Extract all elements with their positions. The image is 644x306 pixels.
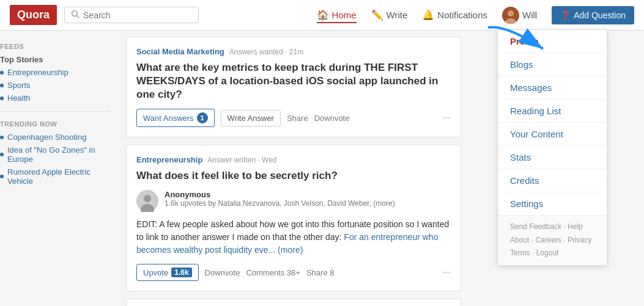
about-link[interactable]: About [510,236,529,244]
answer-meta: Anonymous 1.6k upvotes by Natalia Nezvan… [136,190,451,212]
dropdown-item-reading-list[interactable]: Reading List [498,100,607,123]
search-input[interactable] [83,10,192,20]
feed-meta-text: Answers wanted · 21m [229,48,303,56]
write-icon: ✏️ [371,9,383,21]
dropdown-item-settings[interactable]: Settings [498,192,607,216]
bullet-icon [0,175,4,178]
terms-link[interactable]: Terms [510,249,530,257]
feed-meta-text: Answer written · Wed [207,156,276,164]
search-bar[interactable] [64,7,199,23]
quora-logo[interactable]: Quora [10,5,57,25]
svg-point-3 [508,10,514,16]
sidebar: FEEDS Top Stories Entrepreneurship Sport… [0,37,116,306]
downvote-link[interactable]: Downvote [314,114,350,123]
user-dropdown-menu: Profile Blogs Messages Reading List Your… [497,29,607,266]
write-answer-button[interactable]: Write Answer [221,110,281,126]
help-link[interactable]: Help [568,222,583,231]
sidebar-item-nogo[interactable]: Idea of "No Go Zones" in Europe [0,145,110,164]
feeds-label: FEEDS [0,43,110,50]
feed-topic[interactable]: Social Media Marketing [136,47,224,56]
trending-label: TRENDING NOW [0,120,110,128]
feed-item-title: What are the key metrics to keep track d… [136,61,451,101]
dropdown-arrow [482,21,555,57]
privacy-link[interactable]: Privacy [568,236,591,244]
feed-topic[interactable]: Entrepreneurship [136,155,202,164]
nav-home[interactable]: 🏠 Home [317,7,357,23]
sidebar-item-apple[interactable]: Rumored Apple Electric Vehicle [0,167,110,186]
more-options-icon[interactable]: ··· [443,267,451,278]
sidebar-divider [0,111,110,112]
bullet-icon [0,71,4,75]
nav-notifications[interactable]: 🔔 Notifications [422,7,487,23]
question-icon: ❓ [560,10,571,20]
feed-actions: Upvote 1.6k Downvote Comments 38+ Share … [136,264,451,281]
careers-link[interactable]: Careers [535,236,561,244]
feed-item: Entrepreneurship Answer written · Wed Wh… [126,145,461,291]
dropdown-footer: Send Feedback · Help About · Careers · P… [498,216,607,265]
add-question-button[interactable]: ❓ Add Question [552,6,634,24]
share-link[interactable]: Share 8 [306,268,335,277]
feed-item: Business Models Answers wanted · Thu [126,299,461,306]
nav-write[interactable]: ✏️ Write [371,7,408,23]
answer-link[interactable]: For an entrepreneur who becomes wealthy … [136,232,438,255]
sidebar-item-sports[interactable]: Sports [0,81,110,90]
anon-avatar [136,190,158,212]
bell-icon: 🔔 [422,9,434,21]
feed-item-meta: Entrepreneurship Answer written · Wed [136,155,451,164]
feed-actions: Want Answers 1 Write Answer Share Downvo… [136,109,451,127]
bullet-icon [0,136,4,139]
comments-link[interactable]: Comments 38+ [246,268,300,277]
dropdown-item-your-content[interactable]: Your Content [498,123,607,146]
want-answers-count: 1 [197,112,208,123]
dropdown-item-stats[interactable]: Stats [498,146,607,169]
sidebar-item-health[interactable]: Health [0,93,110,103]
bullet-icon [0,84,4,87]
sidebar-item-copenhagen[interactable]: Copenhagen Shooting [0,133,110,142]
search-icon [71,10,80,20]
answer-upvotes: 1.6k upvotes by Natalia Nezvanova, Josh … [165,199,395,208]
svg-line-1 [77,16,80,18]
svg-point-7 [144,195,151,202]
send-feedback-link[interactable]: Send Feedback [510,222,561,231]
upvote-count: 1.6k [171,268,191,277]
feed-item-title: What does it feel like to be secretly ri… [136,169,451,183]
dropdown-item-messages[interactable]: Messages [498,76,607,100]
main-feed: Social Media Marketing Answers wanted · … [116,37,471,306]
home-icon: 🏠 [317,9,329,21]
feed-item: Social Media Marketing Answers wanted · … [126,37,461,137]
dropdown-item-credits[interactable]: Credits [498,169,607,192]
nav-links: 🏠 Home ✏️ Write 🔔 Notifications Will ❓ A… [317,4,634,26]
answer-text: EDIT: A few people asked about how we go… [136,218,451,257]
feed-item-meta: Social Media Marketing Answers wanted · … [136,47,451,56]
top-stories-item[interactable]: Top Stories [0,55,110,64]
bullet-icon [0,97,4,100]
answer-author: Anonymous [165,190,395,199]
bullet-icon [0,153,4,156]
answer-author-info: Anonymous 1.6k upvotes by Natalia Nezvan… [165,190,395,208]
upvote-button[interactable]: Upvote 1.6k [136,264,199,281]
sidebar-item-entrepreneurship[interactable]: Entrepreneurship [0,68,110,77]
want-answers-button[interactable]: Want Answers 1 [136,109,215,127]
share-link[interactable]: Share [287,114,308,123]
more-options-icon[interactable]: ··· [443,112,451,123]
dropdown-footer-links: Send Feedback · Help About · Careers · P… [510,220,594,260]
logout-link[interactable]: Logout [536,249,559,257]
upvote-label: Upvote [143,268,168,277]
downvote-link[interactable]: Downvote [205,268,240,277]
